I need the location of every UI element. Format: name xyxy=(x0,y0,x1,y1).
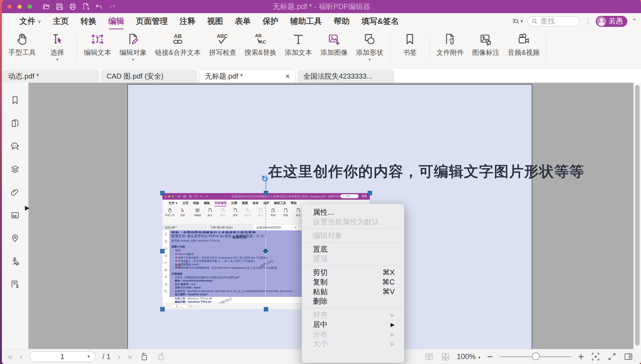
first-page-button[interactable] xyxy=(8,352,13,361)
previous-page-button[interactable] xyxy=(20,352,22,361)
select-tool-button[interactable]: 选择 xyxy=(44,33,70,63)
ribbon-tab[interactable]: 页面管理 xyxy=(136,16,168,27)
search-replace-button[interactable]: 搜索&替换 xyxy=(245,33,277,63)
collapse-toolbar-button[interactable] xyxy=(632,18,637,25)
signatures-panel-icon[interactable] xyxy=(2,273,28,296)
save-icon[interactable] xyxy=(55,2,64,11)
add-image-button[interactable]: 添加图像 xyxy=(320,33,348,63)
context-menu-item[interactable]: 置顶 xyxy=(302,254,404,263)
scrollbar-thumb[interactable] xyxy=(635,85,640,346)
image-annotation-button[interactable]: 图像标注 xyxy=(472,33,499,63)
ribbon-tab[interactable]: 帮助 xyxy=(334,16,350,27)
ribbon-tab[interactable]: 主页 xyxy=(53,16,69,27)
page-thumbnails-icon[interactable] xyxy=(2,112,28,135)
vertical-scrollbar[interactable] xyxy=(633,83,641,349)
ribbon-tab[interactable]: 辅助工具 xyxy=(290,16,322,27)
resize-handle-s[interactable] xyxy=(264,307,268,311)
edit-text-button[interactable]: 编辑文本 xyxy=(84,33,111,63)
link-join-text-button[interactable]: 链接&合并文本 xyxy=(155,33,201,63)
ribbon-tab[interactable]: 注释 xyxy=(179,16,195,27)
zoom-slider-knob[interactable] xyxy=(532,352,540,360)
reading-panel-button[interactable] xyxy=(623,352,633,362)
context-menu-item[interactable]: 粘贴⌘V xyxy=(302,287,404,296)
next-page-button[interactable] xyxy=(118,352,121,361)
fullscreen-button[interactable] xyxy=(607,352,617,362)
previous-view-button[interactable] xyxy=(139,352,149,362)
next-view-button[interactable] xyxy=(156,352,166,362)
ribbon-tab[interactable]: 编辑 xyxy=(108,16,124,27)
comments-panel-icon[interactable] xyxy=(2,135,28,158)
page-heading-text[interactable]: 在这里创作你的内容，可编辑文字图片形状等等 xyxy=(234,162,618,182)
bookmark-button[interactable]: 书签 xyxy=(397,33,423,63)
mini-toolbar-button: 插入 xyxy=(204,208,216,217)
user-account-button[interactable]: 若愚 xyxy=(596,16,627,27)
print-icon[interactable] xyxy=(68,2,77,11)
ribbon-tab[interactable]: 文件 xyxy=(19,16,41,27)
form-fields-panel-icon[interactable] xyxy=(2,204,28,227)
resize-handle-nw[interactable] xyxy=(160,191,165,195)
close-tab-icon[interactable]: × xyxy=(285,72,290,81)
context-menu-item[interactable]: 居中 xyxy=(302,320,404,329)
ribbon-tab[interactable]: 视图 xyxy=(207,16,223,27)
audio-video-button[interactable]: 音频&视频 xyxy=(508,33,540,63)
context-menu-item[interactable]: 置底 xyxy=(302,244,404,254)
layers-panel-icon[interactable] xyxy=(2,158,28,181)
open-file-icon[interactable] xyxy=(42,2,51,11)
context-menu-item[interactable]: 编辑对象 xyxy=(302,231,404,240)
context-menu-item[interactable]: 复制⌘C xyxy=(302,277,404,287)
hand-tool-button[interactable]: 手型工具 xyxy=(8,33,36,63)
context-menu-item[interactable]: 删除 xyxy=(302,296,404,306)
destinations-panel-icon[interactable] xyxy=(2,227,28,250)
last-page-button[interactable] xyxy=(128,352,132,361)
resize-handle-w[interactable] xyxy=(160,249,165,253)
mini-ribbon-tab: 主页 xyxy=(182,201,188,205)
resize-handle-sw[interactable] xyxy=(160,307,165,311)
undo-icon[interactable] xyxy=(95,2,103,11)
redo-icon[interactable] xyxy=(108,2,116,11)
ribbon-tab[interactable]: 转换 xyxy=(81,16,96,27)
single-page-view-button[interactable] xyxy=(424,352,434,362)
ribbon-tab[interactable]: 填写&签名 xyxy=(361,16,399,27)
zoom-level-dropdown[interactable]: 100% xyxy=(457,352,480,361)
search-input[interactable] xyxy=(540,17,571,25)
fit-page-button[interactable] xyxy=(591,352,600,362)
resize-handle-ne[interactable] xyxy=(368,191,372,195)
zoom-slider[interactable] xyxy=(500,352,571,362)
context-menu-item[interactable]: 分布 xyxy=(302,329,404,339)
context-menu-item[interactable]: 大小 xyxy=(302,339,404,348)
mini-ribbon-tab: 视图 xyxy=(242,201,248,205)
advanced-search-button[interactable] xyxy=(511,17,523,25)
minimize-window-button[interactable] xyxy=(18,5,22,9)
add-text-button[interactable]: 添加文本 xyxy=(285,33,312,63)
new-document-icon[interactable] xyxy=(82,2,90,11)
add-shape-button[interactable]: 添加形状 xyxy=(356,33,383,63)
doc-tab-active[interactable]: 无标题.pdf *× xyxy=(199,70,296,83)
ribbon-tab[interactable]: 表单 xyxy=(235,16,251,27)
more-options-icon[interactable] xyxy=(584,17,591,25)
resize-handle-n[interactable] xyxy=(264,191,268,195)
zoom-out-button[interactable] xyxy=(487,351,493,363)
user-name: 若愚 xyxy=(609,16,623,26)
page-number-input[interactable]: 1 xyxy=(30,351,95,362)
search-box[interactable] xyxy=(527,16,580,27)
facing-page-view-button[interactable] xyxy=(440,352,450,362)
spell-check-button[interactable]: 拼写检查 xyxy=(209,33,236,63)
zoom-window-button[interactable] xyxy=(28,5,32,9)
attachments-panel-icon[interactable] xyxy=(2,181,28,204)
edit-object-button[interactable]: 编辑对象 xyxy=(119,33,147,63)
ribbon-tab[interactable]: 保护 xyxy=(262,16,278,27)
bookmarks-panel-icon[interactable] xyxy=(2,89,28,112)
accessibility-panel-icon[interactable] xyxy=(2,250,28,273)
context-menu-item[interactable]: 设置当前属性为默认 xyxy=(302,217,404,227)
doc-tab[interactable]: CAD 图.pdf (安全) xyxy=(101,70,197,83)
file-attachment-button[interactable]: 文件附件 xyxy=(436,33,464,63)
context-menu-item[interactable]: 属性... xyxy=(302,207,404,217)
rotate-handle-icon[interactable] xyxy=(261,174,268,184)
zoom-in-button[interactable] xyxy=(578,351,584,363)
expand-panel-arrow[interactable] xyxy=(25,204,30,211)
doc-tab[interactable]: 动态.pdf * xyxy=(2,70,99,83)
close-window-button[interactable] xyxy=(7,5,12,9)
doc-tab[interactable]: 全国法院失4233333... xyxy=(297,70,394,83)
context-menu-item[interactable]: 剪切⌘X xyxy=(302,268,404,277)
context-menu-item[interactable]: 对齐 xyxy=(302,310,404,320)
